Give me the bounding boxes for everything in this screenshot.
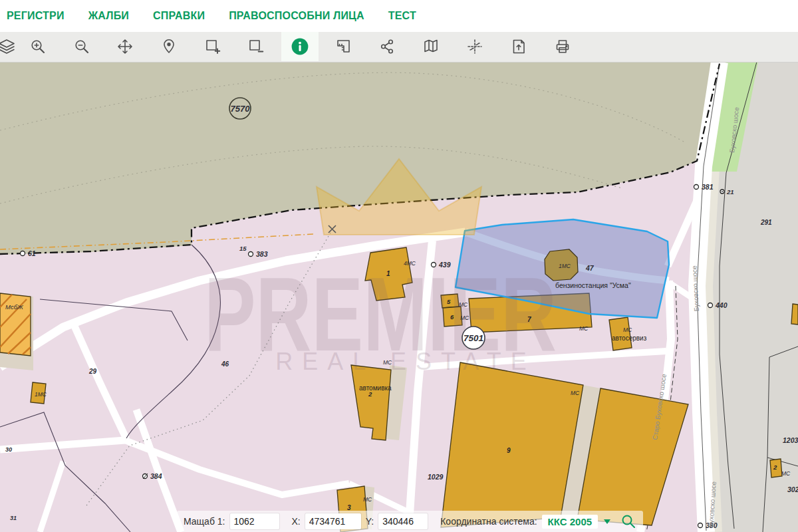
measure-button[interactable] (325, 32, 362, 61)
road-junction-button[interactable] (456, 32, 493, 61)
building-edge (791, 304, 798, 325)
pan-icon (116, 38, 134, 55)
select-rect-remove-icon (247, 38, 265, 55)
layers-icon (0, 38, 15, 55)
label-building-2: 2 (773, 464, 777, 471)
zoom-out-icon (73, 38, 90, 55)
location-pin-button[interactable] (150, 32, 188, 61)
search-button[interactable] (620, 513, 636, 529)
map-toolbar (0, 32, 798, 63)
watermark-subtitle: REAL ESTATE (275, 348, 535, 375)
label-type-mc: МС (623, 327, 632, 333)
label-building-6: 6 (450, 313, 454, 321)
label-type-mc: МС (579, 325, 589, 332)
label-type-mc: МС (571, 390, 580, 396)
info-button[interactable] (281, 32, 319, 61)
label-pt-439: 439 (438, 261, 451, 269)
building-autoservice (609, 317, 632, 350)
label-zone-7501: 7501 (464, 333, 483, 343)
label-autoservice: автосервиз (612, 334, 647, 342)
print-icon (554, 38, 571, 55)
map-canvas[interactable]: PREMIER REAL ESTATE 7570 7501 61 383 439… (0, 62, 798, 532)
zoom-out-button[interactable] (63, 32, 100, 61)
label-building-5: 5 (447, 298, 451, 305)
label-pt-440: 440 (715, 301, 728, 309)
label-pt-384: 384 (150, 472, 162, 480)
measure-icon (335, 38, 352, 55)
label-parcel-1029: 1029 (428, 473, 444, 481)
label-type-4mc: 4МС (404, 260, 416, 267)
label-type-mc: МС (781, 470, 791, 477)
crs-dropdown-arrow-icon[interactable] (604, 519, 610, 524)
label-type-mc: МС (459, 301, 468, 308)
label-pt-381: 381 (702, 183, 714, 191)
label-parcel-31: 31 (10, 515, 17, 521)
zoom-in-button[interactable] (19, 32, 57, 61)
label-type-mc: МС (460, 315, 469, 321)
select-rect-add-icon (204, 38, 221, 55)
crs-select[interactable]: ККС 2005 (542, 515, 598, 529)
label-zone-7570: 7570 (231, 104, 251, 114)
print-button[interactable] (544, 32, 581, 61)
label-pt-61: 61 (28, 249, 36, 257)
info-icon (291, 37, 309, 56)
label-type-mc: МС (383, 359, 392, 366)
share-button[interactable] (369, 32, 406, 61)
scale-input[interactable] (230, 513, 279, 529)
map-icon (423, 38, 440, 55)
y-input[interactable] (378, 513, 428, 529)
label-carwash: автомивка (359, 384, 392, 392)
crs-label: Координатна система: (440, 516, 537, 527)
pan-button[interactable] (106, 32, 144, 61)
nav-zhalbi[interactable]: ЖАЛБИ (88, 10, 129, 22)
nav-registri[interactable]: РЕГИСТРИ (7, 10, 65, 22)
nav-pravosposobni-litsa[interactable]: ПРАВОСПОСОБНИ ЛИЦА (229, 10, 364, 22)
y-label: Y: (366, 516, 374, 527)
label-building-1: 1 (386, 270, 390, 277)
cadastre-app: РЕГИСТРИ ЖАЛБИ СПРАВКИ ПРАВОСПОСОБНИ ЛИЦ… (0, 0, 798, 532)
label-building-9: 9 (507, 447, 511, 454)
zoom-in-icon (29, 38, 47, 55)
search-icon (620, 513, 636, 529)
map-viewport: PREMIER REAL ESTATE 7570 7501 61 383 439… (0, 62, 798, 532)
label-parcel-291: 291 (760, 219, 772, 226)
label-parcel-302: 302 (787, 485, 798, 493)
label-type-1mc-gas: 1МС (559, 263, 571, 269)
status-bar: Мащаб 1: X: Y: Координатна система: ККС … (177, 511, 643, 532)
map-button[interactable] (413, 32, 450, 61)
select-rect-remove-button[interactable] (237, 32, 275, 61)
label-pt-383: 383 (256, 250, 268, 258)
export-button[interactable] (500, 32, 537, 61)
label-parcel-29: 29 (88, 368, 97, 375)
label-type-1mc: 1МС (35, 391, 47, 398)
location-pin-icon (160, 38, 178, 55)
label-pt-21: 21 (726, 188, 734, 196)
road-junction-icon (466, 38, 483, 55)
label-msbzh: МсбЖ (5, 303, 24, 311)
label-parcel-1203: 1203 (783, 436, 798, 444)
label-building-7: 7 (527, 316, 531, 323)
export-icon (510, 38, 527, 55)
nav-test[interactable]: ТЕСТ (388, 10, 416, 22)
share-icon (379, 38, 396, 55)
top-nav: РЕГИСТРИ ЖАЛБИ СПРАВКИ ПРАВОСПОСОБНИ ЛИЦ… (0, 0, 798, 32)
label-type-mc: МС (363, 496, 372, 503)
nav-spravki[interactable]: СПРАВКИ (153, 10, 205, 22)
building-9 (441, 362, 583, 527)
label-parcel-15: 15 (239, 245, 247, 252)
x-input[interactable] (305, 513, 361, 529)
label-parcel-47: 47 (585, 264, 595, 272)
label-gas-station-name: бензиностанция "Усма" (555, 281, 631, 289)
label-parcel-46: 46 (221, 360, 229, 368)
label-parcel-30: 30 (5, 446, 12, 453)
scale-label: Мащаб 1: (184, 516, 225, 527)
select-rect-add-button[interactable] (194, 32, 231, 61)
x-label: X: (292, 516, 301, 527)
